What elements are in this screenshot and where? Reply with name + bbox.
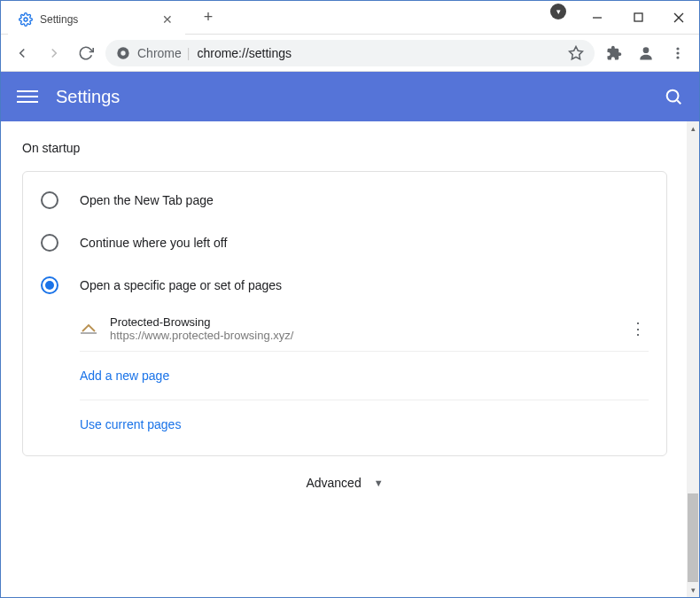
browser-tab[interactable]: Settings ✕ bbox=[8, 4, 185, 35]
advanced-label: Advanced bbox=[306, 476, 361, 490]
close-window-button[interactable] bbox=[658, 4, 699, 32]
vertical-scrollbar[interactable]: ▴ ▾ bbox=[687, 121, 699, 597]
page-url: https://www.protected-browsing.xyz/ bbox=[110, 329, 615, 342]
svg-point-8 bbox=[643, 47, 649, 53]
address-bar[interactable]: Chrome | chrome://settings bbox=[105, 40, 595, 66]
radio-icon-checked bbox=[41, 276, 58, 294]
add-new-page-link[interactable]: Add a new page bbox=[80, 352, 649, 400]
startup-card: Open the New Tab page Continue where you… bbox=[22, 171, 667, 456]
new-tab-button[interactable]: + bbox=[196, 5, 221, 30]
page-name: Protected-Browsing bbox=[110, 315, 615, 329]
chrome-icon bbox=[116, 46, 130, 60]
section-title-startup: On startup bbox=[22, 141, 667, 155]
radio-open-new-tab[interactable]: Open the New Tab page bbox=[23, 179, 666, 221]
profile-avatar-icon[interactable] bbox=[634, 41, 658, 66]
menu-icon[interactable] bbox=[17, 86, 38, 107]
use-current-pages-link[interactable]: Use current pages bbox=[80, 400, 649, 448]
svg-marker-7 bbox=[570, 46, 583, 58]
svg-point-6 bbox=[121, 50, 125, 55]
svg-point-9 bbox=[676, 47, 679, 50]
svg-point-10 bbox=[676, 51, 679, 54]
bookmark-star-icon[interactable] bbox=[568, 45, 584, 61]
svg-rect-2 bbox=[634, 13, 642, 21]
extensions-icon[interactable] bbox=[602, 41, 626, 66]
back-button[interactable] bbox=[10, 41, 35, 66]
svg-point-12 bbox=[667, 90, 679, 102]
titlebar: Settings ✕ + ▾ bbox=[1, 1, 699, 35]
close-tab-button[interactable]: ✕ bbox=[160, 12, 175, 27]
search-icon[interactable] bbox=[664, 87, 683, 106]
toolbar: Chrome | chrome://settings bbox=[1, 35, 699, 72]
gear-icon bbox=[19, 12, 33, 27]
tab-title: Settings bbox=[40, 13, 153, 26]
scroll-down-icon[interactable]: ▾ bbox=[687, 583, 699, 597]
svg-point-0 bbox=[24, 18, 27, 21]
reload-button[interactable] bbox=[74, 41, 98, 66]
browser-menu-icon[interactable] bbox=[665, 41, 690, 66]
maximize-button[interactable] bbox=[618, 4, 658, 32]
radio-label: Continue where you left off bbox=[80, 236, 227, 250]
settings-header: Settings bbox=[1, 72, 699, 121]
svg-line-13 bbox=[677, 100, 681, 104]
radio-label: Open the New Tab page bbox=[80, 193, 214, 207]
scroll-up-icon[interactable]: ▴ bbox=[687, 121, 699, 136]
radio-continue[interactable]: Continue where you left off bbox=[23, 221, 666, 264]
scheme-chip: Chrome | bbox=[137, 46, 190, 60]
radio-specific-page[interactable]: Open a specific page or set of pages bbox=[23, 264, 666, 307]
url-text: chrome://settings bbox=[197, 46, 292, 60]
startup-page-entry: Protected-Browsing https://www.protected… bbox=[80, 307, 649, 352]
page-entry-menu-icon[interactable]: ⋮ bbox=[627, 319, 649, 338]
forward-button[interactable] bbox=[42, 41, 66, 66]
advanced-toggle[interactable]: Advanced ▼ bbox=[22, 456, 667, 509]
radio-icon bbox=[41, 191, 58, 209]
page-title: Settings bbox=[56, 87, 120, 107]
radio-icon bbox=[41, 234, 58, 252]
radio-label: Open a specific page or set of pages bbox=[80, 278, 282, 292]
chevron-down-icon: ▼ bbox=[374, 478, 384, 488]
page-favicon-icon bbox=[80, 320, 97, 338]
minimize-button[interactable] bbox=[577, 4, 618, 32]
tab-search-icon[interactable]: ▾ bbox=[550, 4, 566, 19]
svg-point-11 bbox=[676, 56, 679, 58]
scroll-thumb[interactable] bbox=[688, 493, 698, 582]
